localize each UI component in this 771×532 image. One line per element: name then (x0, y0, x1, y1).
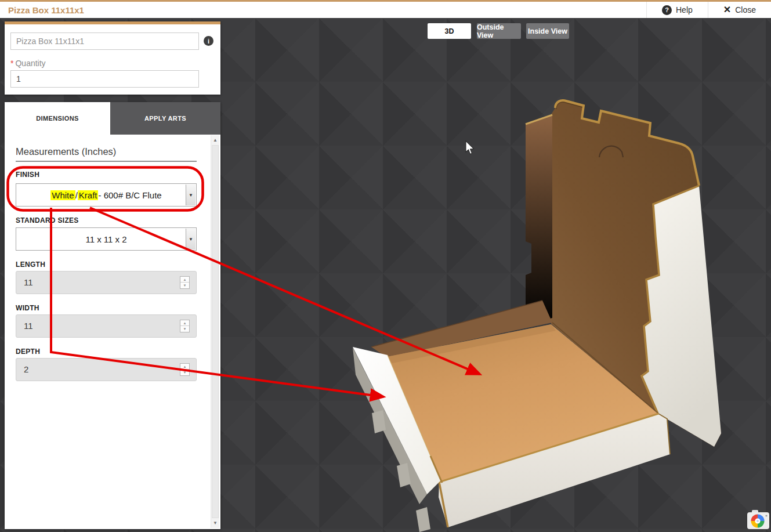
sizes-dropdown-arrow-icon[interactable]: ▼ (186, 229, 196, 249)
width-spinner: ▲▼ (180, 320, 190, 332)
spinner-up-icon[interactable]: ▲ (180, 364, 189, 370)
spinner-up-icon[interactable]: ▲ (180, 320, 189, 326)
box-lid-flap (526, 115, 552, 326)
tab-dimensions[interactable]: DIMENSIONS (5, 102, 110, 135)
close-label: Close (735, 5, 756, 15)
length-label: LENGTH (16, 260, 45, 269)
finish-suffix: - 600# B/C Flute (98, 190, 161, 200)
titlebar: Pizza Box 11x11x1 ? Help ✕ Close (0, 2, 771, 18)
page-title: Pizza Box 11x11x1 (8, 5, 84, 15)
mouse-cursor (466, 141, 474, 154)
close-icon: ✕ (723, 5, 731, 15)
length-spinner: ▲▼ (180, 276, 190, 289)
product-card: i *Quantity (5, 21, 220, 95)
scrollbar-thumb[interactable] (212, 145, 219, 518)
dimensions-card: DIMENSIONS APPLY ARTS Measurements (Inch… (5, 102, 220, 529)
quantity-label: *Quantity (10, 59, 46, 68)
scrollbar-up-icon[interactable]: ▲ (211, 136, 219, 144)
spinner-down-icon[interactable]: ▼ (180, 283, 189, 288)
info-icon[interactable]: i (204, 36, 213, 46)
view-outside-button[interactable]: Outside View (477, 23, 521, 39)
finish-white-highlight: White (50, 190, 75, 200)
length-value: 11 (24, 272, 33, 294)
length-input[interactable]: 11 ▲▼ (16, 271, 197, 294)
help-icon: ? (662, 5, 672, 15)
tab-apply-arts[interactable]: APPLY ARTS (110, 102, 220, 135)
depth-spinner: ▲▼ (180, 363, 190, 376)
depth-label: DEPTH (16, 348, 40, 356)
finish-label: FINISH (16, 171, 39, 179)
product-name-input[interactable] (10, 32, 199, 50)
quantity-input[interactable] (10, 70, 199, 88)
panel-scrollbar[interactable]: ▲ ▼ (211, 135, 219, 528)
measurements-heading: Measurements (Inches) (16, 146, 116, 157)
spinner-down-icon[interactable]: ▼ (180, 370, 189, 375)
required-asterisk: * (10, 59, 13, 68)
heading-divider (16, 161, 197, 162)
help-button[interactable]: ? Help (646, 2, 708, 18)
finish-select[interactable]: White / Kraft - 600# B/C Flute ▼ (16, 183, 197, 207)
depth-input[interactable]: 2 ▲▼ (16, 358, 197, 381)
spinner-down-icon[interactable]: ▼ (180, 326, 189, 332)
depth-value: 2 (24, 359, 28, 381)
tab-bar: DIMENSIONS APPLY ARTS (5, 102, 220, 135)
finish-dropdown-arrow-icon[interactable]: ▼ (186, 184, 196, 205)
spinner-up-icon[interactable]: ▲ (180, 277, 189, 283)
width-label: WIDTH (16, 304, 39, 312)
standard-sizes-select[interactable]: 11 x 11 x 2 ▼ (16, 227, 197, 251)
scrollbar-down-icon[interactable]: ▼ (211, 519, 219, 527)
view-inside-button[interactable]: Inside View (526, 23, 569, 39)
camera-button[interactable] (747, 510, 769, 529)
finish-kraft-highlight: Kraft (78, 190, 99, 200)
width-value: 11 (24, 315, 33, 337)
close-button[interactable]: ✕ Close (708, 2, 771, 18)
width-input[interactable]: 11 ▲▼ (16, 314, 197, 338)
standard-sizes-label: STANDARD SIZES (16, 216, 79, 225)
pizza-box-designer-app: Pizza Box 11x11x1 ? Help ✕ Close (0, 0, 771, 532)
camera-lens-icon (751, 515, 765, 528)
standard-sizes-value: 11 x 11 x 2 (85, 234, 126, 244)
view-3d-button[interactable]: 3D (428, 23, 471, 39)
help-label: Help (676, 5, 693, 15)
titlebar-actions: ? Help ✕ Close (646, 2, 771, 18)
